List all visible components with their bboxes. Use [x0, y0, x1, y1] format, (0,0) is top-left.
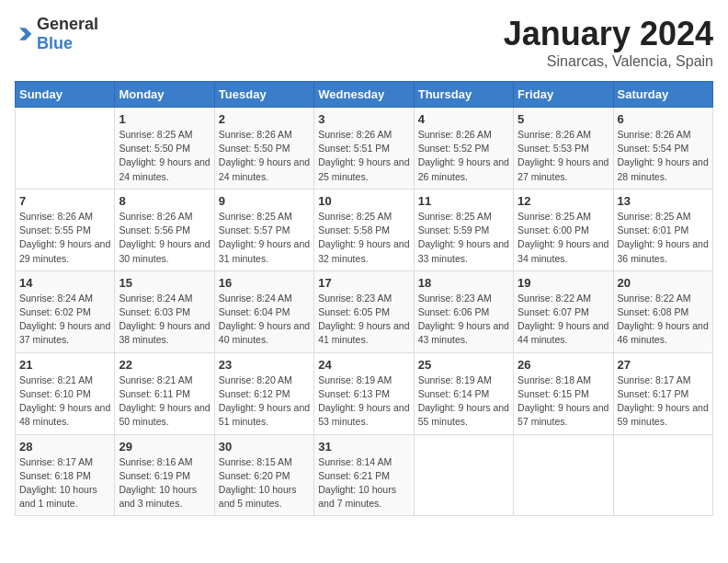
- calendar-cell: 2Sunrise: 8:26 AM Sunset: 5:50 PM Daylig…: [214, 108, 313, 190]
- calendar-cell: [613, 434, 712, 516]
- main-title: January 2024: [504, 15, 713, 53]
- header: General Blue January 2024 Sinarcas, Vale…: [15, 15, 713, 70]
- calendar-cell: 5Sunrise: 8:26 AM Sunset: 5:53 PM Daylig…: [514, 108, 613, 190]
- calendar-cell: 29Sunrise: 8:16 AM Sunset: 6:19 PM Dayli…: [115, 434, 214, 516]
- calendar-cell: 23Sunrise: 8:20 AM Sunset: 6:12 PM Dayli…: [214, 352, 313, 434]
- cell-content: Sunrise: 8:14 AM Sunset: 6:21 PM Dayligh…: [318, 455, 409, 511]
- calendar-cell: [514, 434, 613, 516]
- calendar-cell: [16, 108, 115, 190]
- day-number: 27: [618, 358, 709, 372]
- cell-content: Sunrise: 8:25 AM Sunset: 5:59 PM Dayligh…: [418, 210, 509, 266]
- logo: General Blue: [15, 15, 98, 53]
- day-number: 6: [618, 112, 709, 126]
- calendar-cell: 16Sunrise: 8:24 AM Sunset: 6:04 PM Dayli…: [214, 270, 313, 352]
- calendar-cell: 21Sunrise: 8:21 AM Sunset: 6:10 PM Dayli…: [16, 352, 115, 434]
- cell-content: Sunrise: 8:24 AM Sunset: 6:02 PM Dayligh…: [19, 292, 110, 348]
- calendar-cell: 10Sunrise: 8:25 AM Sunset: 5:58 PM Dayli…: [314, 189, 414, 270]
- column-header-saturday: Saturday: [613, 82, 712, 108]
- cell-content: Sunrise: 8:26 AM Sunset: 5:56 PM Dayligh…: [119, 210, 210, 266]
- day-number: 1: [119, 112, 210, 126]
- cell-content: Sunrise: 8:24 AM Sunset: 6:04 PM Dayligh…: [219, 292, 310, 348]
- cell-content: Sunrise: 8:15 AM Sunset: 6:20 PM Dayligh…: [219, 455, 310, 511]
- calendar-cell: 11Sunrise: 8:25 AM Sunset: 5:59 PM Dayli…: [414, 189, 513, 270]
- logo-text: General Blue: [37, 15, 98, 53]
- calendar-week-5: 28Sunrise: 8:17 AM Sunset: 6:18 PM Dayli…: [16, 434, 713, 516]
- cell-content: Sunrise: 8:24 AM Sunset: 6:03 PM Dayligh…: [119, 292, 210, 348]
- calendar-body: 1Sunrise: 8:25 AM Sunset: 5:50 PM Daylig…: [16, 108, 713, 516]
- cell-content: Sunrise: 8:16 AM Sunset: 6:19 PM Dayligh…: [119, 455, 210, 511]
- cell-content: Sunrise: 8:25 AM Sunset: 5:58 PM Dayligh…: [318, 210, 409, 266]
- calendar-cell: 20Sunrise: 8:22 AM Sunset: 6:08 PM Dayli…: [613, 270, 712, 352]
- cell-content: Sunrise: 8:26 AM Sunset: 5:54 PM Dayligh…: [618, 128, 709, 184]
- cell-content: Sunrise: 8:20 AM Sunset: 6:12 PM Dayligh…: [219, 373, 310, 430]
- cell-content: Sunrise: 8:19 AM Sunset: 6:14 PM Dayligh…: [418, 373, 509, 430]
- day-number: 29: [119, 440, 210, 454]
- column-header-thursday: Thursday: [414, 82, 513, 108]
- calendar-cell: 15Sunrise: 8:24 AM Sunset: 6:03 PM Dayli…: [115, 270, 214, 352]
- calendar-cell: 1Sunrise: 8:25 AM Sunset: 5:50 PM Daylig…: [115, 108, 214, 190]
- column-header-wednesday: Wednesday: [314, 82, 414, 108]
- calendar-cell: [414, 434, 513, 516]
- calendar-cell: 27Sunrise: 8:17 AM Sunset: 6:17 PM Dayli…: [613, 352, 712, 434]
- day-number: 13: [618, 194, 709, 208]
- cell-content: Sunrise: 8:25 AM Sunset: 5:57 PM Dayligh…: [219, 210, 310, 266]
- calendar-cell: 26Sunrise: 8:18 AM Sunset: 6:15 PM Dayli…: [514, 352, 613, 434]
- cell-content: Sunrise: 8:18 AM Sunset: 6:15 PM Dayligh…: [518, 373, 609, 430]
- calendar-cell: 9Sunrise: 8:25 AM Sunset: 5:57 PM Daylig…: [214, 189, 313, 270]
- cell-content: Sunrise: 8:26 AM Sunset: 5:55 PM Dayligh…: [19, 210, 110, 266]
- calendar-cell: 14Sunrise: 8:24 AM Sunset: 6:02 PM Dayli…: [16, 270, 115, 352]
- logo-blue: Blue: [37, 34, 73, 52]
- cell-content: Sunrise: 8:17 AM Sunset: 6:18 PM Dayligh…: [19, 455, 110, 511]
- day-number: 17: [318, 276, 409, 290]
- cell-content: Sunrise: 8:23 AM Sunset: 6:05 PM Dayligh…: [318, 292, 409, 348]
- day-number: 18: [418, 276, 509, 290]
- column-header-sunday: Sunday: [16, 82, 115, 108]
- calendar-header: SundayMondayTuesdayWednesdayThursdayFrid…: [16, 82, 713, 108]
- logo-icon: [15, 25, 33, 43]
- day-number: 15: [119, 276, 210, 290]
- day-number: 19: [518, 276, 609, 290]
- cell-content: Sunrise: 8:22 AM Sunset: 6:08 PM Dayligh…: [618, 292, 709, 348]
- svg-marker-0: [19, 28, 31, 40]
- day-number: 20: [618, 276, 709, 290]
- calendar-cell: 25Sunrise: 8:19 AM Sunset: 6:14 PM Dayli…: [414, 352, 513, 434]
- day-number: 22: [119, 358, 210, 372]
- column-header-monday: Monday: [115, 82, 214, 108]
- day-number: 11: [418, 194, 509, 208]
- calendar-cell: 6Sunrise: 8:26 AM Sunset: 5:54 PM Daylig…: [613, 108, 712, 190]
- day-number: 4: [418, 112, 509, 126]
- calendar-cell: 31Sunrise: 8:14 AM Sunset: 6:21 PM Dayli…: [314, 434, 414, 516]
- cell-content: Sunrise: 8:26 AM Sunset: 5:52 PM Dayligh…: [418, 128, 509, 184]
- day-number: 26: [518, 358, 609, 372]
- day-number: 25: [418, 358, 509, 372]
- cell-content: Sunrise: 8:25 AM Sunset: 5:50 PM Dayligh…: [119, 128, 210, 184]
- day-number: 10: [318, 194, 409, 208]
- day-number: 3: [318, 112, 409, 126]
- cell-content: Sunrise: 8:23 AM Sunset: 6:06 PM Dayligh…: [418, 292, 509, 348]
- cell-content: Sunrise: 8:22 AM Sunset: 6:07 PM Dayligh…: [518, 292, 609, 348]
- day-number: 28: [19, 440, 110, 454]
- day-number: 23: [219, 358, 310, 372]
- day-number: 7: [19, 194, 110, 208]
- calendar-cell: 22Sunrise: 8:21 AM Sunset: 6:11 PM Dayli…: [115, 352, 214, 434]
- calendar-cell: 17Sunrise: 8:23 AM Sunset: 6:05 PM Dayli…: [314, 270, 414, 352]
- day-number: 2: [219, 112, 310, 126]
- day-number: 21: [19, 358, 110, 372]
- cell-content: Sunrise: 8:19 AM Sunset: 6:13 PM Dayligh…: [318, 373, 409, 430]
- calendar-cell: 8Sunrise: 8:26 AM Sunset: 5:56 PM Daylig…: [115, 189, 214, 270]
- calendar-cell: 19Sunrise: 8:22 AM Sunset: 6:07 PM Dayli…: [514, 270, 613, 352]
- calendar-cell: 7Sunrise: 8:26 AM Sunset: 5:55 PM Daylig…: [16, 189, 115, 270]
- day-number: 14: [19, 276, 110, 290]
- calendar-cell: 3Sunrise: 8:26 AM Sunset: 5:51 PM Daylig…: [314, 108, 414, 190]
- cell-content: Sunrise: 8:21 AM Sunset: 6:11 PM Dayligh…: [119, 373, 210, 430]
- calendar-table: SundayMondayTuesdayWednesdayThursdayFrid…: [15, 81, 713, 516]
- logo-general: General: [37, 15, 98, 33]
- cell-content: Sunrise: 8:17 AM Sunset: 6:17 PM Dayligh…: [618, 373, 709, 430]
- day-number: 31: [318, 440, 409, 454]
- header-row: SundayMondayTuesdayWednesdayThursdayFrid…: [16, 82, 713, 108]
- title-area: January 2024 Sinarcas, Valencia, Spain: [504, 15, 713, 70]
- cell-content: Sunrise: 8:26 AM Sunset: 5:53 PM Dayligh…: [518, 128, 609, 184]
- day-number: 16: [219, 276, 310, 290]
- cell-content: Sunrise: 8:21 AM Sunset: 6:10 PM Dayligh…: [19, 373, 110, 430]
- day-number: 12: [518, 194, 609, 208]
